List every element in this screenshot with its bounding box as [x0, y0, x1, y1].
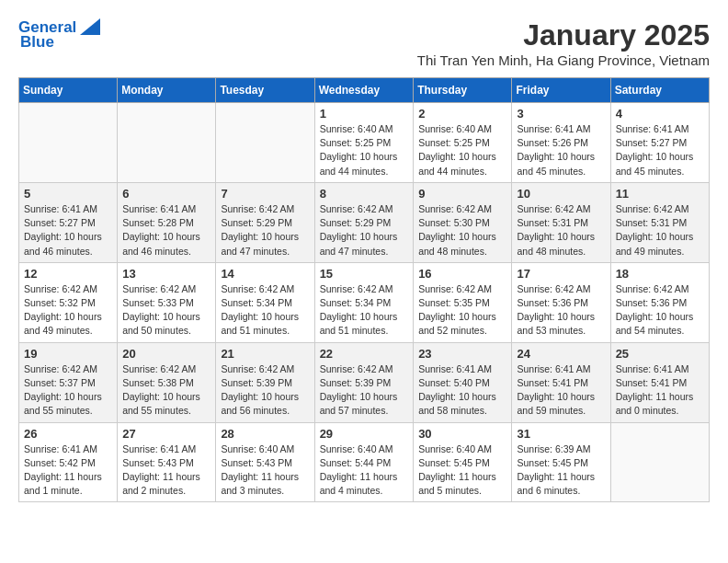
calendar-day-header: Monday	[118, 78, 216, 103]
day-info: Sunrise: 6:41 AMSunset: 5:26 PMDaylight:…	[517, 122, 605, 178]
day-number: 19	[24, 347, 112, 361]
calendar-day-cell: 25Sunrise: 6:41 AMSunset: 5:41 PMDayligh…	[610, 342, 709, 422]
page-header: General Blue January 2025 Thi Tran Yen M…	[18, 18, 710, 68]
calendar-day-cell: 3Sunrise: 6:41 AMSunset: 5:26 PMDaylight…	[512, 103, 610, 183]
day-info: Sunrise: 6:42 AMSunset: 5:31 PMDaylight:…	[517, 202, 605, 259]
svg-marker-0	[80, 18, 100, 35]
day-number: 26	[24, 427, 112, 441]
calendar-day-cell: 18Sunrise: 6:42 AMSunset: 5:36 PMDayligh…	[610, 262, 709, 342]
day-number: 4	[616, 107, 704, 121]
day-number: 3	[517, 107, 605, 121]
day-info: Sunrise: 6:42 AMSunset: 5:34 PMDaylight:…	[221, 282, 309, 339]
day-info: Sunrise: 6:42 AMSunset: 5:34 PMDaylight:…	[320, 282, 409, 339]
day-number: 9	[418, 187, 506, 201]
calendar-day-cell: 5Sunrise: 6:41 AMSunset: 5:27 PMDaylight…	[19, 182, 118, 262]
calendar-day-cell: 7Sunrise: 6:42 AMSunset: 5:29 PMDaylight…	[216, 182, 314, 262]
calendar-week-row: 1Sunrise: 6:40 AMSunset: 5:25 PMDaylight…	[19, 103, 710, 183]
calendar-day-cell: 11Sunrise: 6:42 AMSunset: 5:31 PMDayligh…	[610, 182, 709, 262]
day-number: 2	[418, 107, 506, 121]
calendar-day-cell	[118, 103, 216, 183]
calendar-day-cell: 26Sunrise: 6:41 AMSunset: 5:42 PMDayligh…	[19, 422, 118, 502]
day-number: 10	[517, 187, 605, 201]
calendar-day-cell: 22Sunrise: 6:42 AMSunset: 5:39 PMDayligh…	[314, 342, 414, 422]
day-number: 25	[616, 347, 704, 361]
calendar-day-cell: 10Sunrise: 6:42 AMSunset: 5:31 PMDayligh…	[512, 182, 610, 262]
calendar-day-cell	[216, 103, 314, 183]
day-number: 20	[122, 347, 210, 361]
day-info: Sunrise: 6:42 AMSunset: 5:37 PMDaylight:…	[24, 362, 112, 419]
day-number: 15	[320, 267, 409, 281]
day-info: Sunrise: 6:42 AMSunset: 5:39 PMDaylight:…	[221, 362, 309, 419]
calendar-day-cell: 17Sunrise: 6:42 AMSunset: 5:36 PMDayligh…	[512, 262, 610, 342]
calendar-day-cell: 9Sunrise: 6:42 AMSunset: 5:30 PMDaylight…	[414, 182, 512, 262]
day-info: Sunrise: 6:42 AMSunset: 5:35 PMDaylight:…	[418, 282, 506, 339]
calendar-week-row: 26Sunrise: 6:41 AMSunset: 5:42 PMDayligh…	[19, 422, 710, 502]
calendar-day-cell: 16Sunrise: 6:42 AMSunset: 5:35 PMDayligh…	[414, 262, 512, 342]
day-number: 5	[24, 187, 112, 201]
calendar-day-cell: 29Sunrise: 6:40 AMSunset: 5:44 PMDayligh…	[314, 422, 414, 502]
logo-blue-text: Blue	[20, 33, 54, 52]
logo: General Blue	[18, 18, 100, 52]
calendar-day-cell: 12Sunrise: 6:42 AMSunset: 5:32 PMDayligh…	[19, 262, 118, 342]
calendar-day-cell: 13Sunrise: 6:42 AMSunset: 5:33 PMDayligh…	[118, 262, 216, 342]
title-section: January 2025 Thi Tran Yen Minh, Ha Giang…	[417, 18, 710, 68]
day-info: Sunrise: 6:42 AMSunset: 5:29 PMDaylight:…	[221, 202, 309, 259]
calendar-day-header: Wednesday	[314, 78, 414, 103]
calendar-table: SundayMondayTuesdayWednesdayThursdayFrid…	[18, 77, 710, 502]
day-info: Sunrise: 6:40 AMSunset: 5:25 PMDaylight:…	[418, 122, 506, 178]
calendar-day-cell: 15Sunrise: 6:42 AMSunset: 5:34 PMDayligh…	[314, 262, 414, 342]
day-info: Sunrise: 6:41 AMSunset: 5:28 PMDaylight:…	[122, 202, 210, 259]
calendar-day-cell: 14Sunrise: 6:42 AMSunset: 5:34 PMDayligh…	[216, 262, 314, 342]
day-info: Sunrise: 6:39 AMSunset: 5:45 PMDaylight:…	[517, 442, 605, 499]
calendar-day-cell	[19, 103, 118, 183]
day-info: Sunrise: 6:42 AMSunset: 5:33 PMDaylight:…	[122, 282, 210, 339]
day-number: 27	[122, 427, 210, 441]
day-number: 13	[122, 267, 210, 281]
day-info: Sunrise: 6:41 AMSunset: 5:27 PMDaylight:…	[24, 202, 112, 259]
calendar-day-cell: 23Sunrise: 6:41 AMSunset: 5:40 PMDayligh…	[414, 342, 512, 422]
calendar-day-cell: 4Sunrise: 6:41 AMSunset: 5:27 PMDaylight…	[610, 103, 709, 183]
day-number: 17	[517, 267, 605, 281]
calendar-day-cell: 20Sunrise: 6:42 AMSunset: 5:38 PMDayligh…	[118, 342, 216, 422]
day-info: Sunrise: 6:42 AMSunset: 5:32 PMDaylight:…	[24, 282, 112, 339]
day-number: 8	[320, 187, 409, 201]
day-info: Sunrise: 6:40 AMSunset: 5:45 PMDaylight:…	[418, 442, 506, 499]
day-info: Sunrise: 6:41 AMSunset: 5:41 PMDaylight:…	[616, 362, 704, 419]
day-info: Sunrise: 6:40 AMSunset: 5:43 PMDaylight:…	[221, 442, 309, 499]
day-number: 12	[24, 267, 112, 281]
day-number: 14	[221, 267, 309, 281]
day-info: Sunrise: 6:42 AMSunset: 5:36 PMDaylight:…	[616, 282, 704, 339]
calendar-day-header: Friday	[512, 78, 610, 103]
calendar-week-row: 5Sunrise: 6:41 AMSunset: 5:27 PMDaylight…	[19, 182, 710, 262]
day-number: 11	[616, 187, 704, 201]
calendar-day-header: Saturday	[610, 78, 709, 103]
calendar-day-header: Sunday	[19, 78, 118, 103]
day-number: 23	[418, 347, 506, 361]
day-info: Sunrise: 6:41 AMSunset: 5:41 PMDaylight:…	[517, 362, 605, 419]
day-info: Sunrise: 6:41 AMSunset: 5:42 PMDaylight:…	[24, 442, 112, 499]
calendar-day-cell	[610, 422, 709, 502]
calendar-day-cell: 24Sunrise: 6:41 AMSunset: 5:41 PMDayligh…	[512, 342, 610, 422]
day-number: 7	[221, 187, 309, 201]
day-number: 21	[221, 347, 309, 361]
day-info: Sunrise: 6:42 AMSunset: 5:31 PMDaylight:…	[616, 202, 704, 259]
day-info: Sunrise: 6:41 AMSunset: 5:43 PMDaylight:…	[122, 442, 210, 499]
calendar-day-header: Tuesday	[216, 78, 314, 103]
calendar-day-cell: 6Sunrise: 6:41 AMSunset: 5:28 PMDaylight…	[118, 182, 216, 262]
calendar-day-cell: 31Sunrise: 6:39 AMSunset: 5:45 PMDayligh…	[512, 422, 610, 502]
calendar-week-row: 12Sunrise: 6:42 AMSunset: 5:32 PMDayligh…	[19, 262, 710, 342]
day-number: 22	[320, 347, 409, 361]
calendar-day-cell: 30Sunrise: 6:40 AMSunset: 5:45 PMDayligh…	[414, 422, 512, 502]
day-info: Sunrise: 6:40 AMSunset: 5:44 PMDaylight:…	[320, 442, 409, 499]
day-number: 18	[616, 267, 704, 281]
calendar-header-row: SundayMondayTuesdayWednesdayThursdayFrid…	[19, 78, 710, 103]
day-info: Sunrise: 6:41 AMSunset: 5:27 PMDaylight:…	[616, 122, 704, 178]
day-number: 24	[517, 347, 605, 361]
calendar-week-row: 19Sunrise: 6:42 AMSunset: 5:37 PMDayligh…	[19, 342, 710, 422]
day-info: Sunrise: 6:42 AMSunset: 5:39 PMDaylight:…	[320, 362, 409, 419]
day-number: 16	[418, 267, 506, 281]
calendar-day-cell: 2Sunrise: 6:40 AMSunset: 5:25 PMDaylight…	[414, 103, 512, 183]
day-number: 29	[320, 427, 409, 441]
day-info: Sunrise: 6:42 AMSunset: 5:36 PMDaylight:…	[517, 282, 605, 339]
calendar-day-cell: 27Sunrise: 6:41 AMSunset: 5:43 PMDayligh…	[118, 422, 216, 502]
